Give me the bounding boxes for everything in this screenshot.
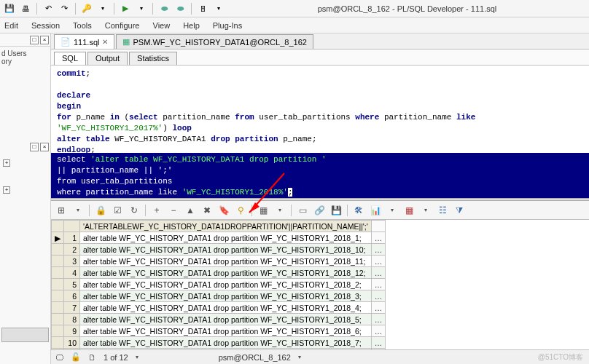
sidebar-item-users[interactable]: d Users: [1, 50, 49, 58]
fetch-icon[interactable]: ☑: [112, 205, 123, 216]
dropdown-icon[interactable]: ▾: [420, 205, 432, 216]
max-icon[interactable]: □: [30, 143, 39, 151]
dropdown-icon[interactable]: ▾: [212, 2, 225, 15]
undo-icon[interactable]: ↶: [42, 2, 55, 15]
save-icon[interactable]: 💾: [330, 205, 342, 216]
cell-more-icon[interactable]: …: [371, 256, 386, 267]
dropdown-icon[interactable]: ▾: [386, 205, 398, 216]
row-indicator: [52, 290, 64, 302]
row-number: 4: [64, 267, 80, 279]
menu-session[interactable]: Session: [31, 21, 60, 30]
add-icon[interactable]: +: [151, 205, 163, 216]
sql-editor-selection[interactable]: select 'alter table WF_YC_HISTORY_DATA1 …: [51, 153, 589, 198]
find-icon[interactable]: ⚲: [235, 205, 246, 216]
cell-more-icon[interactable]: …: [371, 244, 386, 256]
close-icon[interactable]: ✕: [102, 38, 108, 46]
cell-more-icon[interactable]: …: [371, 290, 386, 302]
tree-expand-icon[interactable]: +: [3, 186, 10, 194]
tune-icon[interactable]: 🎚: [196, 2, 209, 15]
redo-icon[interactable]: ↷: [58, 2, 71, 15]
dropdown-icon[interactable]: ▾: [135, 2, 148, 15]
cell-value[interactable]: alter table WF_YC_HISTORY_DATA1 drop par…: [80, 244, 372, 256]
row-indicator: [52, 302, 64, 314]
results-grid[interactable]: 'ALTERTABLEWF_YC_HISTORY_DATA1DROPPARTIT…: [51, 220, 589, 349]
cell-more-icon[interactable]: …: [371, 267, 386, 279]
cell-value[interactable]: alter table WF_YC_HISTORY_DATA1 drop par…: [80, 314, 372, 325]
cell-value[interactable]: alter table WF_YC_HISTORY_DATA1 drop par…: [80, 302, 372, 314]
tool-icon[interactable]: 🛠: [353, 205, 364, 216]
info-icon[interactable]: 🗋: [88, 353, 96, 362]
menu-plugins[interactable]: Plug-Ins: [213, 21, 242, 30]
row-indicator: [52, 267, 64, 279]
sidebar-item-ory[interactable]: ory: [1, 58, 49, 66]
dropdown-icon[interactable]: ▾: [136, 354, 139, 360]
cell-value[interactable]: alter table WF_YC_HISTORY_DATA1 drop par…: [80, 267, 372, 279]
cell-value[interactable]: alter table WF_YC_HISTORY_DATA1 drop par…: [80, 290, 372, 302]
cell-more-icon[interactable]: …: [371, 337, 386, 349]
cell-more-icon[interactable]: …: [371, 232, 386, 244]
window-icon[interactable]: ⊞: [55, 205, 67, 216]
menu-tools[interactable]: Tools: [73, 21, 92, 30]
separator: [89, 205, 90, 216]
column-header[interactable]: 'ALTERTABLEWF_YC_HISTORY_DATA1DROPPARTIT…: [80, 221, 372, 232]
row-number: 2: [64, 244, 80, 256]
cell-value[interactable]: alter table WF_YC_HISTORY_DATA1 drop par…: [80, 232, 372, 244]
lock-icon[interactable]: 🔒: [95, 205, 106, 216]
filter-icon[interactable]: ⧩: [453, 205, 465, 216]
close-icon[interactable]: ×: [40, 36, 49, 44]
grid-icon[interactable]: ▦: [257, 205, 269, 216]
dropdown-icon[interactable]: ▾: [72, 205, 84, 216]
menu-help[interactable]: Help: [183, 21, 200, 30]
tab-statistics[interactable]: Statistics: [129, 52, 177, 65]
editor-area: 📄 111.sql ✕ ▦ PSM.WF_YC_HISTORY_DATA1@OR…: [51, 33, 589, 364]
tab-sql[interactable]: SQL: [54, 52, 86, 65]
refresh-icon[interactable]: ↻: [128, 205, 140, 216]
cell-more-icon[interactable]: …: [371, 302, 386, 314]
file-icon: 📄: [61, 37, 71, 47]
remove-icon[interactable]: −: [168, 205, 179, 216]
cell-more-icon[interactable]: …: [371, 325, 386, 337]
results-toolbar: ⊞ ▾ 🔒 ☑ ↻ + − ▲ ✖ 🔖 ⚲ ▦ ▾ ▭ 🔗 💾 🛠 📊 ▾ ▦: [51, 201, 589, 220]
tree-expand-icon[interactable]: +: [3, 159, 10, 167]
key-icon[interactable]: 🔑: [80, 2, 93, 15]
menu-edit[interactable]: Edit: [4, 21, 18, 30]
table-icon: ▦: [122, 37, 130, 47]
first-icon[interactable]: 🖵: [55, 353, 63, 362]
max-icon[interactable]: □: [30, 36, 39, 44]
row-number: 3: [64, 256, 80, 267]
print-icon[interactable]: 🖶: [19, 2, 32, 15]
compare-icon[interactable]: ☷: [437, 205, 448, 216]
debug-icon[interactable]: ⬬: [157, 2, 171, 15]
link-icon[interactable]: 🔗: [313, 205, 325, 216]
dropdown-icon[interactable]: ▾: [298, 354, 301, 360]
tab-object[interactable]: ▦ PSM.WF_YC_HISTORY_DATA1@ORCL_8_162: [116, 34, 313, 49]
refresh-icon[interactable]: 🔓: [71, 352, 81, 362]
cell-value[interactable]: alter table WF_YC_HISTORY_DATA1 drop par…: [80, 325, 372, 337]
menu-view[interactable]: View: [153, 21, 171, 30]
dropdown-icon[interactable]: ▾: [274, 205, 286, 216]
run-icon[interactable]: ▶: [119, 2, 132, 15]
cell-value[interactable]: alter table WF_YC_HISTORY_DATA1 drop par…: [80, 256, 372, 267]
sql-editor[interactable]: commit; declare begin for p_name in (sel…: [51, 66, 589, 153]
tab-label: 111.sql: [74, 38, 99, 47]
single-icon[interactable]: ▭: [297, 205, 308, 216]
save-icon[interactable]: 💾: [3, 2, 16, 15]
bookmark-icon[interactable]: 🔖: [218, 205, 230, 216]
chart-icon[interactable]: 📊: [370, 205, 381, 216]
close-icon[interactable]: ×: [40, 143, 49, 151]
row-number: 6: [64, 290, 80, 302]
post-icon[interactable]: ▲: [184, 205, 196, 216]
row-number: 7: [64, 302, 80, 314]
cell-value[interactable]: alter table WF_YC_HISTORY_DATA1 drop par…: [80, 279, 372, 290]
cell-value[interactable]: alter table WF_YC_HISTORY_DATA1 drop par…: [80, 337, 372, 349]
cell-more-icon[interactable]: …: [371, 314, 386, 325]
dropdown-icon[interactable]: ▾: [96, 2, 109, 15]
statusbar: 🖵 🔓 🗋 1 of 12 ▾ psm@ORCL_8_162 ▾: [51, 349, 589, 364]
tab-file[interactable]: 📄 111.sql ✕: [54, 34, 114, 49]
menu-configure[interactable]: Configure: [105, 21, 140, 30]
cell-more-icon[interactable]: …: [371, 279, 386, 290]
export-icon[interactable]: ▦: [403, 205, 415, 216]
cancel-icon[interactable]: ✖: [201, 205, 213, 216]
tab-output[interactable]: Output: [87, 52, 128, 65]
debug2-icon[interactable]: ⬬: [173, 2, 187, 15]
